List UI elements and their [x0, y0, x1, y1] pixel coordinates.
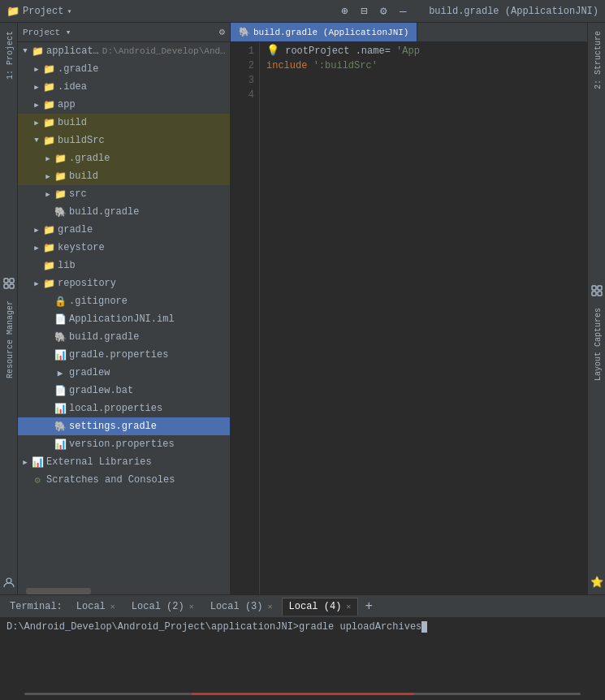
arrow-build [31, 117, 42, 128]
project-icon: 📁 [6, 5, 19, 18]
tree-item-root[interactable]: 📁 applicationJNI D:\Android_Develop\Andr… [18, 42, 230, 60]
left-icon-1[interactable] [0, 274, 18, 292]
tree-item-external-libs[interactable]: 📊 External Libraries [18, 453, 230, 471]
arrow-buildsrc-build [42, 171, 54, 182]
panel-header-actions: ⚙ [219, 26, 225, 38]
gradle-icon-buildsrc: 🐘 [54, 205, 67, 218]
tree-container[interactable]: 📁 applicationJNI D:\Android_Develop\Andr… [18, 42, 230, 588]
left-vertical-tabs: 1: Project Resource Manager [0, 23, 18, 594]
project-label[interactable]: Project [23, 6, 63, 17]
svg-rect-7 [592, 292, 596, 296]
tree-item-repository[interactable]: 📁 repository [18, 274, 230, 292]
folder-icon-lib: 📁 [42, 259, 55, 272]
terminal-scrollbar[interactable] [24, 693, 581, 695]
panel-action-1[interactable]: ⚙ [219, 26, 225, 38]
project-panel: Project ▾ ⚙ 📁 applicationJNI D:\Android_… [18, 23, 231, 594]
tree-item-buildsrc-gradle[interactable]: 📁 .gradle [18, 149, 230, 167]
tree-item-version-properties[interactable]: 📊 version.properties [18, 435, 230, 453]
gear-icon[interactable]: ⚙ [377, 5, 390, 18]
left-tab-resource-manager[interactable]: Resource Manager [0, 292, 17, 387]
editor-tab-build-gradle[interactable]: 🐘 build.gradle (ApplicationJNI) [231, 23, 417, 41]
line-numbers: 1 2 3 4 [231, 42, 260, 594]
label-buildsrc-gradle: .gradle [69, 153, 110, 164]
label-local-properties: local.properties [69, 403, 162, 414]
folder-icon-gradle: 📁 [42, 223, 55, 236]
tree-item-buildsrc[interactable]: 📁 buildSrc [18, 132, 230, 149]
terminal-tab-local3[interactable]: Local (3) ✕ [203, 598, 280, 616]
label-gradle: gradle [58, 224, 93, 235]
arrow-gradle [31, 224, 42, 235]
tree-item-lib[interactable]: 📁 lib [18, 257, 230, 274]
tree-item-buildsrc-src[interactable]: 📁 src [18, 185, 230, 203]
globe-icon[interactable]: ⊕ [338, 5, 351, 18]
right-tab-structure[interactable]: 2: Structure [588, 23, 605, 97]
line-num-2: 2 [231, 58, 254, 73]
svg-rect-1 [10, 279, 14, 283]
project-dropdown-icon[interactable]: ▾ [67, 6, 71, 16]
terminal-tab-bar: Terminal: Local ✕ Local (2) ✕ Local (3) … [0, 595, 605, 618]
tree-item-buildsrc-build[interactable]: 📁 build [18, 167, 230, 185]
editor-tab-label: build.gradle (ApplicationJNI) [253, 28, 408, 37]
tree-item-gradlew[interactable]: ▶ gradlew [18, 364, 230, 382]
title-bar-actions: ⊕ ⊟ ⚙ — build.gradle (ApplicationJNI) [338, 5, 599, 18]
right-tab-layout-captures[interactable]: Layout Captures [588, 300, 605, 389]
tree-item-gradle[interactable]: 📁 gradle [18, 221, 230, 239]
label-gitignore: .gitignore [69, 296, 127, 307]
properties-icon-version: 📊 [54, 438, 67, 451]
bat-icon: 📄 [54, 384, 67, 397]
terminal-tab-local1[interactable]: Local ✕ [69, 598, 123, 616]
svg-rect-6 [598, 286, 602, 290]
arrow-root [19, 45, 31, 57]
code-area[interactable]: 💡 rootProject .name= 'App include ':buil… [260, 42, 587, 594]
split-icon[interactable]: ⊟ [357, 5, 370, 18]
label-build-gradle: build.gradle [69, 331, 139, 343]
terminal-tab-local2-close[interactable]: ✕ [189, 602, 194, 611]
left-icon-2[interactable] [0, 573, 18, 591]
tree-item-app[interactable]: 📁 app [18, 96, 230, 114]
terminal-add-button[interactable]: + [360, 598, 378, 616]
minimize-icon[interactable]: — [396, 5, 409, 18]
folder-icon-build: 📁 [42, 116, 55, 129]
arrow-buildsrc [31, 135, 42, 146]
folder-icon-buildsrc-src: 📁 [54, 188, 67, 201]
code-dot-name: .name= [356, 45, 391, 57]
terminal-tab-local4[interactable]: Local (4) ✕ [282, 598, 359, 616]
left-tab-project[interactable]: 1: Project [0, 23, 17, 88]
terminal-tab-local2[interactable]: Local (2) ✕ [124, 598, 201, 616]
scratches-icon: ⚙ [31, 473, 44, 486]
terminal-tab-local4-close[interactable]: ✕ [346, 602, 351, 611]
terminal-tab-local3-close[interactable]: ✕ [268, 602, 273, 611]
tree-item-keystore[interactable]: 📁 keystore [18, 239, 230, 257]
terminal-tab-local2-label: Local (2) [132, 601, 184, 612]
terminal-content[interactable]: D:\Android_Develop\Android_Project\appli… [0, 618, 605, 700]
tree-item-gradlew-bat[interactable]: 📄 gradlew.bat [18, 382, 230, 400]
terminal-tab-local1-close[interactable]: ✕ [110, 602, 115, 611]
horizontal-scrollbar[interactable] [18, 588, 230, 594]
tree-item-gradle-properties[interactable]: 📊 gradle.properties [18, 346, 230, 364]
terminal-cursor [421, 621, 427, 633]
tree-item-scratches[interactable]: ⚙ Scratches and Consoles [18, 471, 230, 489]
file-title: build.gradle (ApplicationJNI) [429, 6, 599, 17]
tree-item-iml[interactable]: 📄 ApplicationJNI.iml [18, 310, 230, 328]
label-iml: ApplicationJNI.iml [69, 313, 175, 325]
label-app: app [58, 99, 76, 110]
right-icon-1[interactable] [588, 282, 605, 300]
tree-item-idea[interactable]: 📁 .idea [18, 78, 230, 96]
tree-item-settings-gradle[interactable]: 🐘 settings.gradle [18, 417, 230, 435]
tree-item-gitignore[interactable]: 🔒 .gitignore [18, 292, 230, 310]
tree-item-build-gradle[interactable]: 🐘 build.gradle [18, 328, 230, 346]
arrow-app [31, 99, 42, 110]
root-path: D:\Android_Develop\Android_Project\ap [102, 46, 230, 56]
right-vertical-tabs: 2: Structure Layout Captures ⭐ [587, 23, 605, 594]
code-line-3 [266, 73, 581, 88]
right-icon-2[interactable]: ⭐ [588, 573, 605, 591]
title-bar-left: 📁 Project ▾ [6, 5, 71, 18]
terminal-tab-local3-label: Local (3) [210, 601, 263, 612]
folder-icon-buildsrc: 📁 [42, 134, 55, 147]
tree-item-build[interactable]: 📁 build [18, 114, 230, 132]
tree-item-buildsrc-buildgradle[interactable]: 🐘 build.gradle [18, 203, 230, 221]
main-area: 1: Project Resource Manager Project ▾ ⚙ [0, 23, 605, 594]
tree-item-local-properties[interactable]: 📊 local.properties [18, 400, 230, 417]
tree-item-gradle-hidden[interactable]: 📁 .gradle [18, 60, 230, 78]
folder-icon-idea: 📁 [42, 80, 55, 93]
